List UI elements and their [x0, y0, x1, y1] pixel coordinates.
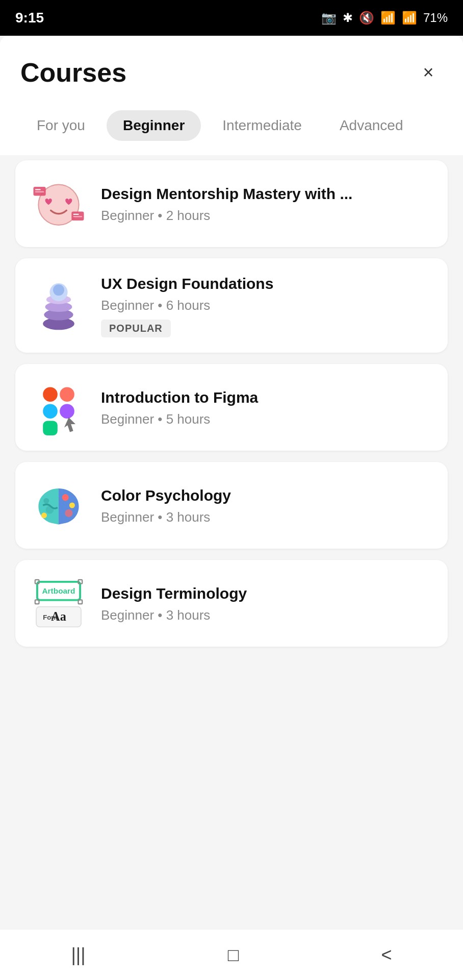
svg-rect-1 — [34, 187, 46, 196]
close-button[interactable]: × — [414, 58, 443, 87]
svg-point-12 — [53, 284, 64, 296]
course-title: Color Psychology — [101, 485, 432, 505]
svg-rect-17 — [43, 421, 58, 435]
svg-rect-2 — [35, 189, 41, 190]
app-container: Courses × For you Beginner Intermediate … — [0, 36, 463, 929]
svg-rect-6 — [73, 216, 83, 217]
tab-beginner[interactable]: Beginner — [107, 110, 201, 141]
status-time: 9:15 — [15, 10, 44, 26]
svg-text:Aa: Aa — [51, 609, 66, 623]
course-icon-mentorship — [31, 176, 87, 232]
course-card-color-psychology[interactable]: Color Psychology Beginner • 3 hours — [15, 462, 448, 549]
course-icon-figma — [31, 379, 87, 435]
nav-back-button[interactable]: < — [366, 939, 407, 971]
tab-intermediate[interactable]: Intermediate — [206, 110, 318, 141]
course-meta: Beginner • 3 hours — [101, 509, 432, 525]
camera-icon: 📷 — [321, 11, 337, 25]
course-meta: Beginner • 5 hours — [101, 411, 432, 427]
tab-advanced[interactable]: Advanced — [323, 110, 420, 141]
svg-rect-13 — [43, 387, 58, 402]
course-title: Design Mentorship Mastery with ... — [101, 184, 432, 204]
course-meta: Beginner • 3 hours — [101, 607, 432, 623]
course-card-design-mentorship[interactable]: Design Mentorship Mastery with ... Begin… — [15, 160, 448, 247]
svg-point-24 — [41, 512, 47, 518]
course-icon-ux — [31, 278, 87, 334]
bottom-nav: ||| □ < — [0, 929, 463, 980]
course-info-figma: Introduction to Figma Beginner • 5 hours — [101, 387, 432, 427]
nav-home-button[interactable]: □ — [213, 939, 254, 971]
course-info-ux: UX Design Foundations Beginner • 6 hours… — [101, 274, 432, 337]
mute-icon: 🔇 — [359, 11, 374, 25]
signal-icon: 📶 — [402, 11, 417, 25]
status-bar: 9:15 📷 ✱ 🔇 📶 📶 71% — [0, 0, 463, 36]
header: Courses × — [0, 36, 463, 100]
bluetooth-icon: ✱ — [343, 11, 353, 25]
tabs-container: For you Beginner Intermediate Advanced — [0, 100, 463, 155]
course-card-design-terminology[interactable]: Artboard Font Aa Design Terminology Begi… — [15, 560, 448, 647]
svg-rect-14 — [60, 387, 74, 402]
course-info-mentorship: Design Mentorship Mastery with ... Begin… — [101, 184, 432, 224]
tab-for-you[interactable]: For you — [20, 110, 101, 141]
course-info-terminology: Design Terminology Beginner • 3 hours — [101, 583, 432, 623]
course-title: Introduction to Figma — [101, 387, 432, 407]
svg-text:Artboard: Artboard — [42, 586, 75, 595]
svg-point-23 — [65, 509, 72, 517]
course-icon-color — [31, 477, 87, 533]
nav-menu-button[interactable]: ||| — [56, 939, 101, 971]
wifi-icon: 📶 — [380, 11, 396, 25]
status-icons: 📷 ✱ 🔇 📶 📶 71% — [321, 11, 448, 25]
svg-rect-15 — [43, 404, 58, 419]
course-meta: Beginner • 2 hours — [101, 208, 432, 224]
svg-rect-3 — [35, 191, 44, 192]
page-title: Courses — [20, 57, 126, 88]
course-title: UX Design Foundations — [101, 274, 432, 293]
course-list: Design Mentorship Mastery with ... Begin… — [0, 155, 463, 929]
svg-point-22 — [69, 503, 75, 508]
course-info-color: Color Psychology Beginner • 3 hours — [101, 485, 432, 525]
popular-badge: POPULAR — [101, 320, 171, 337]
svg-point-16 — [60, 404, 74, 419]
course-card-figma[interactable]: Introduction to Figma Beginner • 5 hours — [15, 364, 448, 451]
course-title: Design Terminology — [101, 583, 432, 603]
svg-point-21 — [62, 494, 69, 501]
course-card-ux-design[interactable]: UX Design Foundations Beginner • 6 hours… — [15, 258, 448, 353]
battery-indicator: 71% — [423, 11, 448, 25]
svg-point-19 — [43, 498, 49, 504]
course-icon-terminology: Artboard Font Aa — [31, 575, 87, 631]
course-meta: Beginner • 6 hours — [101, 298, 432, 313]
svg-marker-18 — [64, 418, 75, 432]
svg-rect-5 — [73, 214, 79, 215]
